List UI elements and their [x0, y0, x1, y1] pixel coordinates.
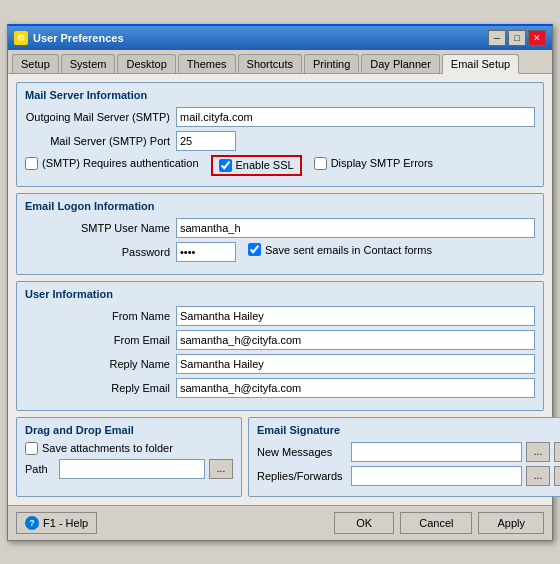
reply-name-label: Reply Name — [25, 358, 170, 370]
user-info-title: User Information — [25, 288, 535, 300]
replies-dropdown-button[interactable]: ▼ — [554, 466, 560, 486]
tab-email-setup[interactable]: Email Setup — [442, 54, 519, 74]
save-sent-checkbox[interactable] — [248, 243, 261, 256]
from-name-row: From Name — [25, 306, 535, 326]
password-label: Password — [25, 246, 170, 258]
path-input[interactable] — [59, 459, 205, 479]
enable-ssl-label: Enable SSL — [236, 159, 294, 171]
username-label: SMTP User Name — [25, 222, 170, 234]
auth-checkbox-row: (SMTP) Requires authentication — [25, 157, 199, 170]
drag-drop-title: Drag and Drop Email — [25, 424, 233, 436]
save-attachments-label: Save attachments to folder — [42, 442, 173, 454]
email-signature-section: Email Signature New Messages ... ▼ Repli… — [248, 417, 560, 497]
tab-printing[interactable]: Printing — [304, 54, 359, 73]
username-input[interactable] — [176, 218, 535, 238]
minimize-button[interactable]: ─ — [488, 30, 506, 46]
title-buttons: ─ □ ✕ — [488, 30, 546, 46]
path-label: Path — [25, 463, 55, 475]
save-attachments-row: Save attachments to folder — [25, 442, 233, 455]
replies-label: Replies/Forwards — [257, 470, 347, 482]
window-title: User Preferences — [33, 32, 124, 44]
path-browse-button[interactable]: ... — [209, 459, 233, 479]
close-button[interactable]: ✕ — [528, 30, 546, 46]
display-errors-row: Display SMTP Errors — [314, 157, 433, 170]
reply-name-row: Reply Name — [25, 354, 535, 374]
new-messages-row: New Messages ... ▼ — [257, 442, 560, 462]
reply-name-input[interactable] — [176, 354, 535, 374]
from-email-row: From Email — [25, 330, 535, 350]
reply-email-row: Reply Email — [25, 378, 535, 398]
maximize-button[interactable]: □ — [508, 30, 526, 46]
smtp-input[interactable] — [176, 107, 535, 127]
from-name-input[interactable] — [176, 306, 535, 326]
footer-buttons: OK Cancel Apply — [334, 512, 544, 534]
password-input[interactable] — [176, 242, 236, 262]
path-row: Path ... — [25, 459, 233, 479]
smtp-row: Outgoing Mail Server (SMTP) — [25, 107, 535, 127]
window-icon: ⚙ — [14, 31, 28, 45]
tabs-bar: Setup System Desktop Themes Shortcuts Pr… — [8, 50, 552, 74]
replies-row: Replies/Forwards ... ▼ — [257, 466, 560, 486]
requires-auth-checkbox[interactable] — [25, 157, 38, 170]
main-window: ⚙ User Preferences ─ □ ✕ Setup System De… — [7, 24, 553, 541]
email-signature-title: Email Signature — [257, 424, 560, 436]
tab-setup[interactable]: Setup — [12, 54, 59, 73]
content-area: Mail Server Information Outgoing Mail Se… — [8, 74, 552, 505]
new-messages-dropdown-button[interactable]: ▼ — [554, 442, 560, 462]
user-info-section: User Information From Name From Email Re… — [16, 281, 544, 411]
ssl-box: Enable SSL — [211, 155, 302, 176]
from-email-label: From Email — [25, 334, 170, 346]
new-messages-browse-button[interactable]: ... — [526, 442, 550, 462]
tab-system[interactable]: System — [61, 54, 116, 73]
email-logon-section: Email Logon Information SMTP User Name P… — [16, 193, 544, 275]
save-sent-row: Save sent emails in Contact forms — [248, 243, 432, 256]
tab-themes[interactable]: Themes — [178, 54, 236, 73]
save-attachments-checkbox[interactable] — [25, 442, 38, 455]
help-button[interactable]: ? F1 - Help — [16, 512, 97, 534]
footer: ? F1 - Help OK Cancel Apply — [8, 505, 552, 540]
display-errors-checkbox[interactable] — [314, 157, 327, 170]
title-bar-left: ⚙ User Preferences — [14, 31, 124, 45]
tab-shortcuts[interactable]: Shortcuts — [238, 54, 302, 73]
bottom-sections: Drag and Drop Email Save attachments to … — [16, 417, 544, 497]
from-email-input[interactable] — [176, 330, 535, 350]
reply-email-input[interactable] — [176, 378, 535, 398]
username-row: SMTP User Name — [25, 218, 535, 238]
port-label: Mail Server (SMTP) Port — [25, 135, 170, 147]
mail-server-section: Mail Server Information Outgoing Mail Se… — [16, 82, 544, 187]
from-name-label: From Name — [25, 310, 170, 322]
new-messages-label: New Messages — [257, 446, 347, 458]
tab-desktop[interactable]: Desktop — [117, 54, 175, 73]
help-label: F1 - Help — [43, 517, 88, 529]
cancel-button[interactable]: Cancel — [400, 512, 472, 534]
tab-day-planner[interactable]: Day Planner — [361, 54, 440, 73]
replies-input[interactable] — [351, 466, 522, 486]
save-sent-label: Save sent emails in Contact forms — [265, 244, 432, 256]
replies-browse-button[interactable]: ... — [526, 466, 550, 486]
mail-server-title: Mail Server Information — [25, 89, 535, 101]
port-input[interactable] — [176, 131, 236, 151]
help-icon: ? — [25, 516, 39, 530]
title-bar: ⚙ User Preferences ─ □ ✕ — [8, 26, 552, 50]
auth-row: (SMTP) Requires authentication Enable SS… — [25, 155, 535, 176]
display-errors-label: Display SMTP Errors — [331, 157, 433, 169]
drag-drop-section: Drag and Drop Email Save attachments to … — [16, 417, 242, 497]
smtp-label: Outgoing Mail Server (SMTP) — [25, 111, 170, 123]
port-row: Mail Server (SMTP) Port — [25, 131, 535, 151]
new-messages-input[interactable] — [351, 442, 522, 462]
requires-auth-label: (SMTP) Requires authentication — [42, 157, 199, 169]
enable-ssl-checkbox[interactable] — [219, 159, 232, 172]
password-row: Password Save sent emails in Contact for… — [25, 242, 535, 262]
apply-button[interactable]: Apply — [478, 512, 544, 534]
reply-email-label: Reply Email — [25, 382, 170, 394]
email-logon-title: Email Logon Information — [25, 200, 535, 212]
ok-button[interactable]: OK — [334, 512, 394, 534]
